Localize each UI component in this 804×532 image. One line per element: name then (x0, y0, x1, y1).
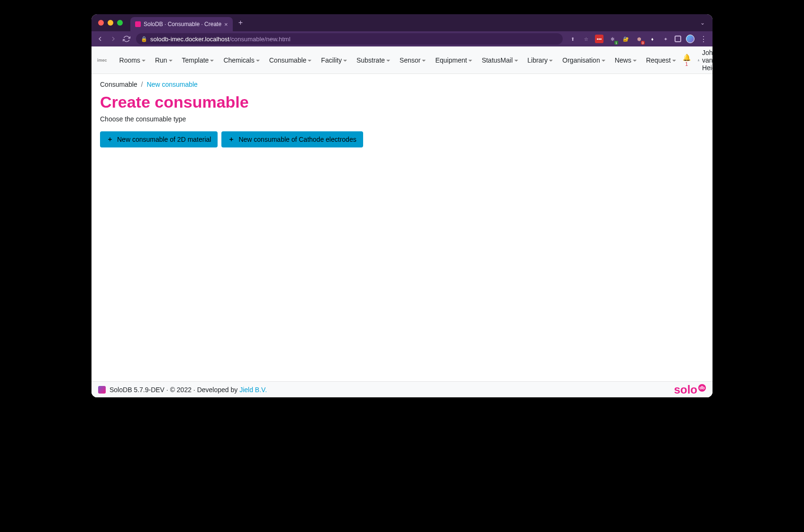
nav-facility[interactable]: Facility (317, 54, 351, 67)
bell-icon: 🔔 (683, 54, 691, 61)
nav-reload-button[interactable] (123, 35, 130, 43)
nav-label: Organisation (562, 56, 600, 64)
content-area: Consumable / New consumable Create consu… (91, 74, 713, 381)
tab-favicon-icon (135, 21, 141, 27)
nav-back-button[interactable] (96, 35, 104, 43)
browser-tab-bar: SoloDB · Consumable · Create × + ⌄ (91, 14, 713, 31)
nav-template[interactable]: Template (178, 54, 218, 67)
chevron-down-icon (672, 60, 676, 62)
nav-chemicals[interactable]: Chemicals (219, 54, 263, 67)
nav-label: Template (182, 56, 209, 64)
app-navbar: imec Rooms Run Template Chemicals Consum… (91, 46, 713, 74)
extension-red-icon[interactable]: ••• (595, 35, 603, 43)
nav-label: Rooms (119, 56, 140, 64)
tab-close-icon[interactable]: × (224, 21, 228, 28)
url-host: solodb-imec.docker.localhost (150, 36, 229, 43)
button-label: New consumable of 2D material (117, 136, 211, 143)
chevron-down-icon (210, 60, 214, 62)
chevron-down-icon (602, 60, 605, 62)
nav-consumable[interactable]: Consumable (265, 54, 316, 67)
nav-run[interactable]: Run (151, 54, 176, 67)
window-controls (98, 20, 123, 26)
ext-badge-2: 0 (641, 41, 645, 45)
page: imec Rooms Run Template Chemicals Consum… (91, 46, 713, 397)
extension-gear-icon[interactable]: ✻1 (608, 35, 617, 43)
solo-logo: solo db (674, 383, 706, 396)
chevron-down-icon (549, 60, 553, 62)
button-row: ＋ New consumable of 2D material ＋ New co… (100, 131, 704, 147)
plus-icon: ＋ (107, 135, 113, 144)
solo-logo-text: solo (674, 383, 697, 396)
nav-library[interactable]: Library (524, 54, 557, 67)
nav-label: Library (528, 56, 548, 64)
url-path: /consumable/new.html (229, 36, 291, 43)
profile-avatar-icon[interactable] (686, 35, 694, 43)
user-name: Johan van der Heide (702, 49, 713, 72)
extension-coin-icon[interactable]: ⬢0 (635, 35, 643, 43)
chevron-down-icon (343, 60, 347, 62)
chevron-down-icon (633, 60, 637, 62)
breadcrumb-parent[interactable]: Consumable (100, 81, 137, 88)
nav-news[interactable]: News (611, 54, 640, 67)
notification-bell[interactable]: 🔔 1 (683, 54, 691, 67)
extension-square-icon[interactable] (675, 36, 681, 42)
tabs-dropdown-icon[interactable]: ⌄ (700, 19, 705, 26)
chevron-down-icon (142, 60, 146, 62)
footer-version: SoloDB 5.7.9-DEV (110, 386, 164, 394)
solo-logo-badge: db (698, 384, 706, 392)
footer-developer-link[interactable]: Jield B.V. (239, 386, 267, 394)
window-minimize-button[interactable] (108, 20, 113, 26)
nav-label: Consumable (269, 56, 307, 64)
url-input[interactable]: 🔒 solodb-imec.docker.localhost/consumabl… (136, 33, 563, 45)
extension-icons: ⬆ ☆ ••• ✻1 🔐 ⬢0 ♦ ✦ ⋮ (568, 35, 708, 43)
nav-sensor[interactable]: Sensor (396, 54, 429, 67)
nav-request[interactable]: Request (642, 54, 680, 67)
new-consumable-cathode-electrodes-button[interactable]: ＋ New consumable of Cathode electrodes (221, 131, 363, 147)
chevron-down-icon (514, 60, 518, 62)
window-maximize-button[interactable] (117, 20, 123, 26)
footer: SoloDB 5.7.9-DEV · © 2022 · Developed by… (91, 381, 713, 397)
chevron-down-icon (386, 60, 390, 62)
nav-substrate[interactable]: Substrate (353, 54, 394, 67)
user-icon (697, 57, 700, 64)
page-subtitle: Choose the consumable type (100, 115, 704, 123)
browser-address-bar: 🔒 solodb-imec.docker.localhost/consumabl… (91, 31, 713, 46)
button-label: New consumable of Cathode electrodes (238, 136, 356, 143)
nav-label: Facility (321, 56, 342, 64)
user-menu[interactable]: Johan van der Heide (694, 46, 713, 74)
nav-label: Substrate (356, 56, 385, 64)
share-icon[interactable]: ⬆ (568, 35, 577, 43)
plus-icon: ＋ (228, 135, 235, 144)
footer-developed-prefix: Developed by (197, 386, 238, 394)
nav-equipment[interactable]: Equipment (431, 54, 476, 67)
new-consumable-2d-material-button[interactable]: ＋ New consumable of 2D material (100, 131, 218, 147)
footer-copyright: © 2022 (170, 386, 192, 394)
browser-tab[interactable]: SoloDB · Consumable · Create × (130, 17, 233, 31)
brand-logo[interactable]: imec (97, 58, 107, 63)
extensions-menu-icon[interactable]: ✦ (661, 35, 670, 43)
extension-flame-icon[interactable]: ♦ (648, 35, 657, 43)
lock-icon: 🔒 (141, 36, 147, 42)
chevron-down-icon (308, 60, 311, 62)
browser-menu-icon[interactable]: ⋮ (699, 35, 708, 43)
window-close-button[interactable] (98, 20, 104, 26)
chevron-down-icon (468, 60, 472, 62)
notification-count: 1 (685, 61, 688, 67)
bookmark-star-icon[interactable]: ☆ (582, 35, 590, 43)
nav-forward-button[interactable] (110, 35, 117, 43)
page-title: Create consumable (100, 93, 704, 111)
extension-lock-icon[interactable]: 🔐 (621, 35, 630, 43)
chevron-down-icon (256, 60, 260, 62)
nav-label: Chemicals (223, 56, 254, 64)
nav-rooms[interactable]: Rooms (116, 54, 149, 67)
footer-text: SoloDB 5.7.9-DEV · © 2022 · Developed by… (110, 386, 267, 394)
browser-window: SoloDB · Consumable · Create × + ⌄ 🔒 sol… (91, 14, 713, 397)
new-tab-button[interactable]: + (238, 18, 243, 27)
breadcrumb-current[interactable]: New consumable (147, 81, 198, 88)
nav-organisation[interactable]: Organisation (558, 54, 609, 67)
chevron-down-icon (169, 60, 173, 62)
breadcrumb: Consumable / New consumable (100, 81, 704, 88)
nav-statusmail[interactable]: StatusMail (478, 54, 521, 67)
tab-title: SoloDB · Consumable · Create (144, 21, 221, 28)
nav-label: StatusMail (482, 56, 512, 64)
